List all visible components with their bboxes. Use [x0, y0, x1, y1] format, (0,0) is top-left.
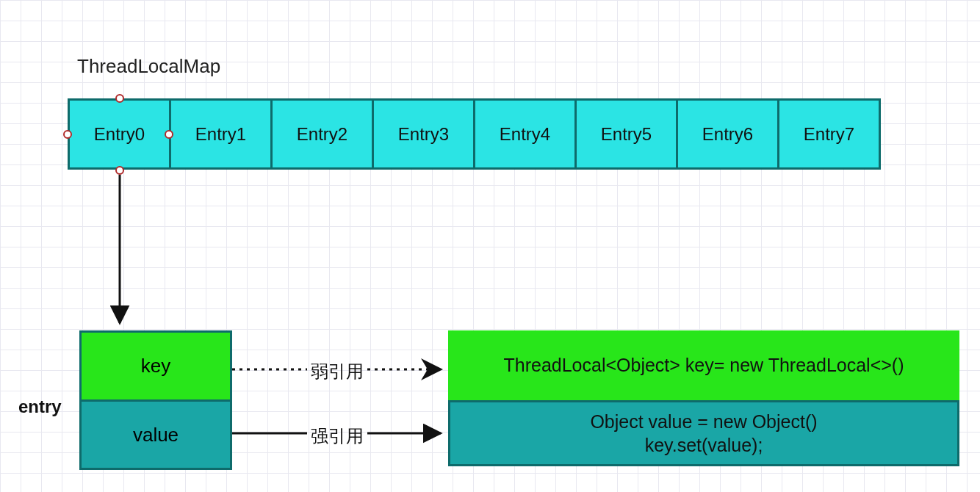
- entry-7: Entry7: [777, 98, 881, 170]
- code-box: ThreadLocal<Object> key= new ThreadLocal…: [448, 330, 959, 466]
- entry-value: value: [82, 402, 230, 468]
- strong-ref-label: 强引用: [311, 424, 364, 448]
- code-value-line2: key.set(value);: [645, 433, 763, 457]
- entry-1: Entry1: [169, 98, 273, 170]
- entry-3: Entry3: [372, 98, 475, 170]
- handle-top: [115, 94, 124, 103]
- map-title: ThreadLocalMap: [77, 55, 220, 78]
- entry-label: entry: [18, 397, 62, 417]
- handle-bottom: [115, 166, 124, 175]
- handle-mid: [165, 130, 173, 139]
- entry-key: key: [82, 333, 230, 402]
- weak-ref-label: 弱引用: [311, 360, 364, 383]
- code-value-block: Object value = new Object() key.set(valu…: [448, 400, 959, 466]
- handle-left: [63, 130, 72, 139]
- entry-0: Entry0: [68, 98, 171, 170]
- code-key-line: ThreadLocal<Object> key= new ThreadLocal…: [448, 330, 959, 400]
- entry-kv-box: key value: [79, 330, 232, 470]
- entry-2: Entry2: [270, 98, 374, 170]
- entries-row: Entry0 Entry1 Entry2 Entry3 Entry4 Entry…: [68, 98, 879, 170]
- entry-4: Entry4: [473, 98, 577, 170]
- code-value-line1: Object value = new Object(): [590, 410, 817, 434]
- entry-6: Entry6: [676, 98, 779, 170]
- entry-5: Entry5: [574, 98, 678, 170]
